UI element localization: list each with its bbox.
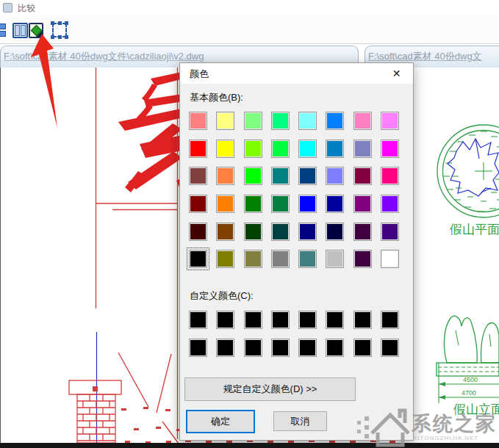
color-swatch[interactable] (271, 250, 290, 268)
color-swatch[interactable] (189, 112, 207, 130)
color-swatch[interactable] (216, 167, 234, 185)
color-swatch[interactable] (244, 140, 262, 158)
color-swatch[interactable] (381, 195, 399, 213)
color-swatch[interactable] (381, 112, 399, 130)
color-swatch[interactable] (216, 140, 234, 158)
color-swatch[interactable] (244, 223, 262, 241)
toolbar (0, 16, 499, 44)
left-file-path: F:\soft\cad素材 40份dwg文件\cadziliaoji\v2.dw… (1, 46, 358, 63)
color-swatch[interactable] (244, 311, 262, 329)
define-custom-colors-button[interactable]: 规定自定义颜色(D) >> (184, 377, 356, 401)
color-swatch[interactable] (298, 140, 317, 158)
color-swatch[interactable] (216, 112, 234, 130)
color-dialog: 颜色 ✕ 基本颜色(B): 自定义颜色(C): 规定自定义颜色(D) >> 确定… (179, 62, 414, 441)
color-swatch[interactable] (381, 223, 399, 241)
color-swatch[interactable] (298, 195, 317, 213)
basic-colors-label: 基本颜色(B): (190, 91, 243, 104)
color-swatch[interactable] (216, 195, 234, 213)
custom-colors-label: 自定义颜色(C): (190, 289, 254, 303)
color-swatch[interactable] (326, 167, 344, 185)
color-swatch[interactable] (189, 167, 207, 185)
color-swatch[interactable] (216, 339, 234, 357)
color-swatch[interactable] (353, 167, 372, 185)
color-swatch[interactable] (381, 339, 399, 357)
selection-marquee-icon[interactable] (52, 23, 67, 37)
ok-button[interactable]: 确定 (186, 410, 255, 433)
color-swatch[interactable] (381, 311, 399, 329)
color-swatch[interactable] (244, 112, 262, 130)
color-swatch[interactable] (353, 112, 372, 130)
color-swatch[interactable] (326, 195, 344, 213)
color-swatch[interactable] (381, 250, 399, 268)
color-swatch[interactable] (189, 223, 207, 241)
color-swatch[interactable] (298, 112, 317, 130)
color-swatch[interactable] (381, 140, 399, 158)
color-swatch[interactable] (298, 223, 317, 241)
color-swatch[interactable] (298, 250, 317, 268)
app-icon (3, 3, 12, 12)
bottom-strip (0, 443, 499, 448)
color-swatch[interactable] (353, 250, 372, 268)
color-swatch[interactable] (271, 167, 290, 185)
right-file-path: F:\soft\cad素材 40份dwg文 (365, 46, 499, 63)
close-icon[interactable]: ✕ (380, 63, 413, 84)
color-swatch[interactable] (189, 339, 207, 357)
color-swatch[interactable] (216, 250, 234, 268)
color-swatch[interactable] (244, 250, 262, 268)
compare-image-icon[interactable] (29, 23, 43, 38)
handle (58, 35, 62, 39)
corner-glyph (36, 31, 42, 37)
layers-icon-bar (0, 24, 6, 29)
color-swatch[interactable] (216, 311, 234, 329)
handle (65, 21, 68, 25)
color-swatch[interactable] (353, 311, 372, 329)
color-swatch[interactable] (298, 167, 317, 185)
window-title: 比较 (18, 2, 35, 15)
color-swatch[interactable] (298, 339, 317, 357)
window-titlebar: 比较 (0, 0, 499, 16)
color-swatch[interactable] (244, 167, 262, 185)
color-swatch[interactable] (216, 223, 234, 241)
color-swatch[interactable] (189, 140, 207, 158)
dialog-title: 颜色 (190, 68, 209, 81)
dialog-titlebar[interactable]: 颜色 ✕ (180, 63, 413, 84)
color-swatch[interactable] (326, 112, 344, 130)
color-swatch[interactable] (271, 112, 290, 130)
layers-icon-bar (0, 31, 6, 37)
layers-icon[interactable] (0, 23, 6, 38)
color-swatch[interactable] (326, 140, 344, 158)
color-swatch[interactable] (353, 339, 372, 357)
color-swatch[interactable] (298, 311, 317, 329)
color-swatch[interactable] (189, 195, 207, 213)
custom-colors-grid (189, 311, 399, 357)
color-swatch[interactable] (326, 250, 344, 268)
color-swatch[interactable] (271, 195, 290, 213)
panel-right-glyph (21, 25, 26, 36)
color-swatch[interactable] (189, 311, 207, 329)
cancel-button[interactable]: 取消 (273, 411, 327, 431)
handle (51, 35, 54, 39)
color-swatch[interactable] (381, 167, 399, 185)
color-swatch[interactable] (353, 195, 372, 213)
color-swatch[interactable] (271, 339, 290, 357)
color-swatch[interactable] (353, 140, 372, 158)
color-swatch[interactable] (244, 195, 262, 213)
color-swatch[interactable] (326, 311, 344, 329)
color-swatch[interactable] (326, 339, 344, 357)
color-swatch[interactable] (244, 339, 262, 357)
color-swatch[interactable] (353, 223, 372, 241)
color-swatch[interactable] (271, 223, 290, 241)
tile-panels-icon[interactable] (12, 23, 28, 38)
handle (65, 35, 68, 39)
color-swatch[interactable] (271, 140, 290, 158)
basic-colors-grid (189, 112, 399, 268)
handle (58, 21, 62, 25)
color-swatch[interactable] (189, 250, 207, 268)
color-swatch[interactable] (326, 223, 344, 241)
color-swatch[interactable] (271, 311, 290, 329)
handle (51, 21, 54, 25)
panel-left-glyph (15, 25, 20, 36)
